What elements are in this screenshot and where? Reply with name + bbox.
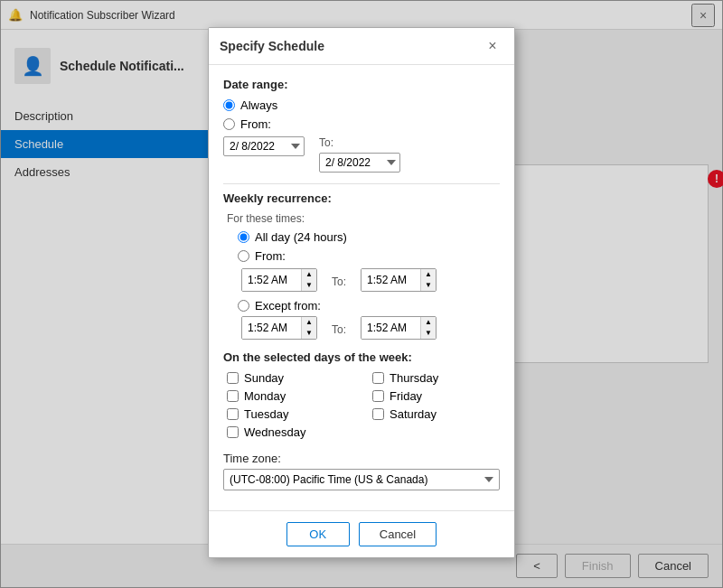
friday-checkbox[interactable]	[372, 390, 384, 402]
to-time-group: ▲ ▼	[361, 268, 437, 292]
specify-schedule-dialog: Specify Schedule × Date range: Always Fr…	[208, 27, 515, 558]
date-row: 2/ 8/2022 To: 2/ 8/2022	[223, 136, 500, 173]
thursday-checkbox[interactable]	[372, 372, 384, 384]
always-label: Always	[240, 98, 277, 112]
to-time-middle-label: To:	[332, 275, 346, 288]
to-date-select[interactable]: 2/ 8/2022	[319, 153, 400, 173]
day-friday: Friday	[372, 389, 500, 403]
monday-label: Monday	[244, 389, 286, 403]
day-saturday: Saturday	[372, 407, 500, 421]
except-to-time-group: ▲ ▼	[361, 316, 437, 340]
except-to-up-button[interactable]: ▲	[421, 317, 436, 328]
dialog-cancel-button[interactable]: Cancel	[359, 522, 437, 546]
except-to-spinner: ▲ ▼	[420, 317, 436, 339]
from-date-select[interactable]: 2/ 8/2022	[223, 136, 305, 156]
from-time-label: From:	[255, 249, 286, 263]
weekly-recurrence-label: Weekly recurrence:	[223, 191, 500, 205]
day-monday: Monday	[227, 389, 354, 403]
always-radio[interactable]	[223, 99, 235, 111]
saturday-label: Saturday	[390, 407, 437, 421]
from-date-group: 2/ 8/2022	[223, 136, 305, 173]
divider-1	[223, 183, 500, 184]
always-radio-row: Always	[223, 98, 500, 112]
all-day-label: All day (24 hours)	[255, 230, 347, 244]
except-from-radio-row: Except from:	[238, 299, 500, 313]
thursday-label: Thursday	[390, 371, 438, 385]
days-section-label: On the selected days of the week:	[223, 350, 500, 364]
day-tuesday: Tuesday	[227, 407, 354, 421]
to-time-input[interactable]	[362, 269, 420, 291]
tuesday-checkbox[interactable]	[227, 408, 239, 420]
from-time-up-button[interactable]: ▲	[302, 269, 316, 280]
from-time-radio[interactable]	[238, 250, 249, 262]
from-time-spinner: ▲ ▼	[301, 269, 316, 291]
dialog-title-bar: Specify Schedule ×	[209, 28, 514, 65]
saturday-checkbox[interactable]	[372, 408, 384, 420]
from-time-input-wrapper: ▲ ▼	[241, 268, 317, 292]
sunday-checkbox[interactable]	[227, 372, 239, 384]
except-to-label: To:	[332, 323, 346, 336]
except-from-time-input[interactable]	[242, 317, 301, 339]
except-to-down-button[interactable]: ▼	[421, 328, 436, 339]
from-label: From:	[240, 117, 271, 131]
weekly-recurrence-section: Weekly recurrence: For these times: All …	[223, 191, 500, 340]
dialog-body: Date range: Always From: 2/ 8/2022 To:	[209, 65, 514, 503]
timezone-select[interactable]: (UTC-08:00) Pacific Time (US & Canada)	[223, 469, 500, 490]
to-time-input-wrapper: ▲ ▼	[361, 268, 437, 292]
to-time-spinner: ▲ ▼	[420, 269, 436, 291]
dialog-overlay: Specify Schedule × Date range: Always Fr…	[0, 0, 723, 588]
day-sunday: Sunday	[227, 371, 354, 385]
to-label: To:	[319, 136, 400, 149]
except-from-time-input-wrapper: ▲ ▼	[241, 316, 317, 340]
from-time-input[interactable]	[242, 269, 301, 291]
days-grid: Sunday Thursday Monday Friday	[223, 371, 500, 439]
except-from-radio[interactable]	[238, 300, 249, 312]
wednesday-checkbox[interactable]	[227, 426, 239, 438]
from-to-time-row: ▲ ▼ To: ▲ ▼	[241, 268, 500, 292]
for-times-label: For these times:	[223, 212, 500, 225]
except-from-spinner: ▲ ▼	[301, 317, 316, 339]
all-day-radio-row: All day (24 hours)	[238, 230, 500, 244]
except-from-time-group: ▲ ▼	[241, 316, 317, 340]
day-wednesday: Wednesday	[227, 425, 354, 439]
days-section: On the selected days of the week: Sunday…	[223, 350, 500, 439]
from-to-radio-row: From:	[223, 117, 500, 131]
except-to-time-input[interactable]	[362, 317, 420, 339]
except-from-up-button[interactable]: ▲	[302, 317, 316, 328]
friday-label: Friday	[390, 389, 422, 403]
timezone-section: Time zone: (UTC-08:00) Pacific Time (US …	[223, 452, 500, 490]
except-from-label: Except from:	[255, 299, 321, 313]
except-from-down-button[interactable]: ▼	[302, 328, 316, 339]
from-time-radio-row: From:	[238, 249, 500, 263]
tuesday-label: Tuesday	[244, 407, 288, 421]
sunday-label: Sunday	[244, 371, 284, 385]
to-time-down-button[interactable]: ▼	[421, 280, 436, 291]
except-to-time-input-wrapper: ▲ ▼	[361, 316, 437, 340]
dialog-footer: OK Cancel	[209, 510, 514, 557]
except-time-row: ▲ ▼ To: ▲ ▼	[241, 316, 500, 340]
dialog-title: Specify Schedule	[220, 39, 324, 53]
wednesday-label: Wednesday	[244, 425, 305, 439]
to-date-group: To: 2/ 8/2022	[319, 136, 400, 173]
timezone-label: Time zone:	[223, 452, 500, 465]
dialog-ok-button[interactable]: OK	[286, 522, 350, 546]
dialog-close-button[interactable]: ×	[482, 35, 503, 57]
monday-checkbox[interactable]	[227, 390, 239, 402]
day-thursday: Thursday	[372, 371, 500, 385]
from-time-group: ▲ ▼	[241, 268, 317, 292]
to-time-up-button[interactable]: ▲	[421, 269, 436, 280]
from-to-radio[interactable]	[223, 118, 235, 130]
all-day-radio[interactable]	[238, 231, 249, 243]
from-time-down-button[interactable]: ▼	[302, 280, 316, 291]
date-range-label: Date range:	[223, 78, 500, 91]
